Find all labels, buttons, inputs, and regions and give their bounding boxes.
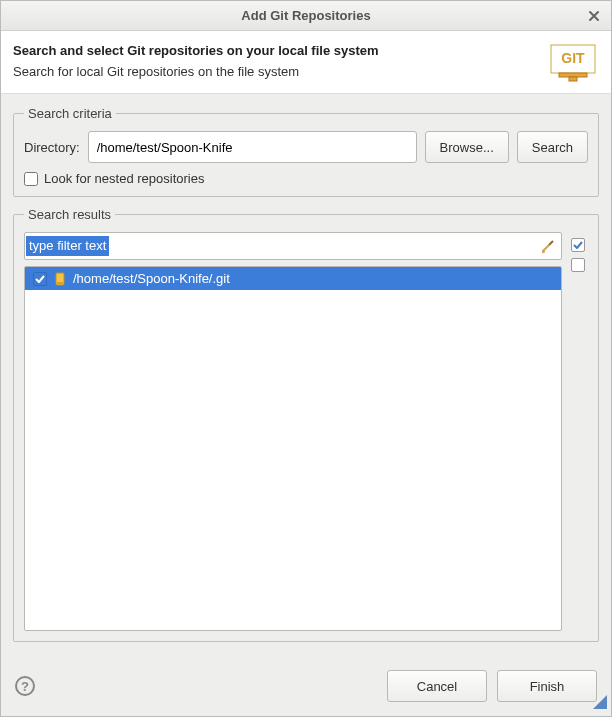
search-criteria-legend: Search criteria [24, 106, 116, 121]
browse-button[interactable]: Browse... [425, 131, 509, 163]
results-list[interactable]: /home/test/Spoon-Knife/.git [24, 266, 562, 631]
svg-rect-5 [57, 282, 63, 284]
nested-repos-checkbox[interactable] [24, 172, 38, 186]
svg-text:GIT: GIT [561, 50, 585, 66]
dialog-content: Search criteria Directory: Browse... Sea… [1, 94, 611, 660]
nested-repos-label: Look for nested repositories [44, 171, 204, 186]
repository-icon [53, 272, 67, 286]
search-results-group: Search results type filter text [13, 207, 599, 642]
result-item[interactable]: /home/test/Spoon-Knife/.git [25, 267, 561, 290]
wizard-header: Search and select Git repositories on yo… [1, 31, 611, 94]
search-button[interactable]: Search [517, 131, 588, 163]
close-button[interactable] [585, 7, 603, 25]
cancel-button[interactable]: Cancel [387, 670, 487, 702]
titlebar: Add Git Repositories [1, 1, 611, 31]
resize-grip-icon[interactable] [593, 695, 607, 712]
deselect-all-button[interactable] [571, 258, 585, 272]
wizard-title: Search and select Git repositories on yo… [13, 43, 379, 58]
search-results-legend: Search results [24, 207, 115, 222]
directory-input[interactable] [88, 131, 417, 163]
window-title: Add Git Repositories [241, 8, 370, 23]
svg-rect-3 [569, 77, 577, 81]
git-icon: GIT [547, 43, 599, 83]
finish-button[interactable]: Finish [497, 670, 597, 702]
filter-row: type filter text [24, 232, 562, 260]
dialog-footer: ? Cancel Finish [1, 660, 611, 716]
result-path: /home/test/Spoon-Knife/.git [73, 271, 230, 286]
filter-selection: type filter text [26, 236, 109, 256]
select-all-button[interactable] [571, 238, 585, 252]
search-criteria-group: Search criteria Directory: Browse... Sea… [13, 106, 599, 197]
svg-rect-2 [559, 73, 587, 77]
help-button[interactable]: ? [15, 676, 35, 696]
result-checkbox[interactable] [33, 272, 47, 286]
directory-label: Directory: [24, 140, 80, 155]
dialog-window: Add Git Repositories Search and select G… [0, 0, 612, 717]
wizard-description: Search for local Git repositories on the… [13, 64, 379, 79]
